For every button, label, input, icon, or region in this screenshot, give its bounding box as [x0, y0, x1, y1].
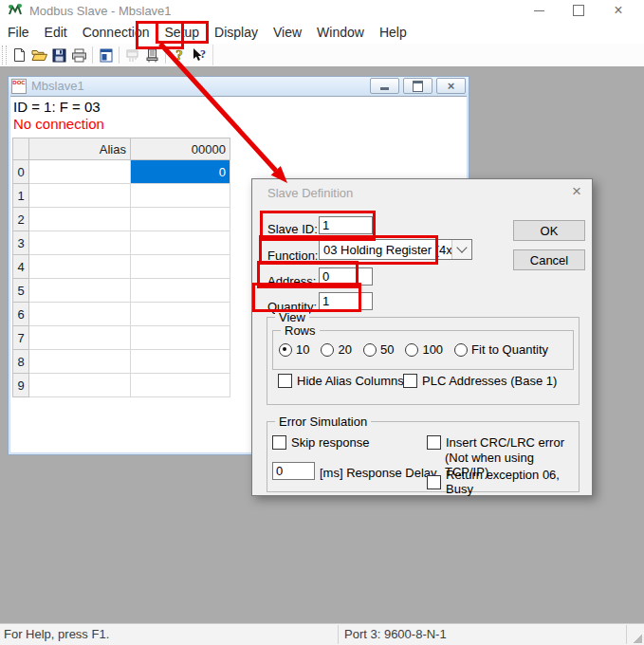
checkbox-icon [403, 374, 417, 388]
alias-cell[interactable] [29, 326, 131, 350]
alias-column-header[interactable]: Alias [29, 138, 131, 160]
row-header-cell[interactable]: 5 [13, 279, 29, 303]
row-header-cell[interactable]: 0 [13, 160, 29, 184]
rows-radio-option[interactable]: 100 [405, 342, 443, 357]
row-header-cell[interactable]: 8 [13, 350, 29, 374]
resize-grip[interactable] [633, 634, 642, 643]
row-header-cell[interactable]: 3 [13, 231, 29, 255]
dialog-close-icon[interactable]: × [572, 183, 581, 199]
status-help-text: For Help, press F1. [4, 627, 109, 641]
register-grid: Alias 00000 0 0 1 [12, 138, 230, 397]
minimize-icon [380, 87, 389, 90]
value-cell[interactable]: 0 [131, 160, 230, 184]
toolbar-grip[interactable] [2, 46, 7, 64]
new-file-icon[interactable] [9, 46, 29, 65]
child-restore-button[interactable] [403, 78, 432, 94]
menu-item[interactable]: Display [207, 23, 266, 42]
plc-addresses-checkbox[interactable]: PLC Addresses (Base 1) [403, 374, 557, 388]
value-cell[interactable] [131, 350, 230, 374]
row-header-cell[interactable]: 2 [13, 208, 29, 231]
child-title-bar[interactable]: DOC Mbslave1 × [9, 77, 469, 95]
title-bar: Modbus Slave - Mbslave1 × [0, 0, 644, 21]
menu-item[interactable]: Edit [37, 23, 75, 42]
alias-cell[interactable] [29, 303, 131, 326]
annotation-box-setup [136, 21, 184, 49]
value-cell[interactable] [131, 231, 230, 255]
table-row: 4 [13, 255, 230, 279]
document-icon: DOC [11, 79, 27, 94]
radio-icon [279, 343, 292, 357]
menu-item[interactable]: View [266, 23, 309, 42]
alias-cell[interactable] [29, 374, 131, 397]
alias-cell[interactable] [29, 350, 131, 374]
table-row: 9 [13, 374, 230, 397]
value-cell[interactable] [131, 303, 230, 326]
value-cell[interactable] [131, 255, 230, 279]
table-row: 5 [13, 279, 230, 303]
toolbar-separator [92, 46, 93, 64]
print-icon[interactable] [69, 46, 89, 65]
plc-addresses-label: PLC Addresses (Base 1) [422, 374, 557, 388]
save-icon[interactable] [49, 46, 69, 65]
rows-radio-option[interactable]: 50 [363, 342, 394, 357]
radio-icon [454, 343, 468, 357]
maximize-button[interactable] [559, 0, 598, 21]
alias-cell[interactable] [29, 279, 131, 303]
combo-dropdown-button[interactable] [451, 240, 471, 259]
maximize-icon [573, 5, 584, 16]
rows-radio-option[interactable]: 10 [279, 342, 309, 357]
insert-crc-checkbox[interactable]: Insert CRC/LRC error [427, 435, 564, 450]
row-header-cell[interactable]: 1 [13, 184, 29, 208]
table-row: 2 [13, 208, 230, 231]
checkbox-icon [427, 475, 441, 489]
app-icon [8, 3, 23, 18]
return-exception-label: Return exception 06, Busy [446, 468, 579, 496]
alias-cell[interactable] [29, 208, 131, 231]
table-row: 3 [13, 231, 230, 255]
row-header-cell[interactable]: 7 [13, 326, 29, 350]
toolbar-edge [212, 45, 213, 65]
display-definition-icon[interactable] [96, 46, 116, 65]
view-group-label: View [275, 310, 309, 324]
close-button[interactable]: × [598, 0, 638, 21]
table-row: 7 [13, 326, 230, 350]
cancel-button[interactable]: Cancel [513, 249, 585, 270]
child-close-button[interactable]: × [436, 78, 466, 94]
hide-alias-checkbox[interactable]: Hide Alias Columns [278, 374, 404, 388]
open-file-icon[interactable] [29, 46, 49, 65]
row-header-cell[interactable]: 6 [13, 303, 29, 326]
alias-cell[interactable] [29, 160, 131, 184]
menu-item[interactable]: Window [309, 23, 372, 42]
value-cell[interactable] [131, 279, 230, 303]
row-header-cell[interactable]: 4 [13, 255, 29, 279]
alias-cell[interactable] [29, 231, 131, 255]
rows-radio-option[interactable]: 20 [321, 342, 351, 357]
skip-response-checkbox[interactable]: Skip response [272, 435, 369, 450]
window-title: Modbus Slave - Mbslave1 [29, 4, 172, 18]
table-row: 0 0 [13, 160, 230, 184]
child-minimize-button[interactable] [370, 78, 399, 94]
return-exception-checkbox[interactable]: Return exception 06, Busy [427, 468, 579, 496]
close-icon: × [448, 81, 455, 92]
rows-radio-option[interactable]: Fit to Quantity [454, 342, 548, 357]
menu-item[interactable]: Help [372, 23, 414, 42]
response-delay-field[interactable] [272, 462, 315, 480]
table-row: 6 [13, 303, 230, 326]
menu-item[interactable]: File [0, 23, 37, 42]
skip-response-label: Skip response [291, 435, 369, 450]
value-cell[interactable] [131, 374, 230, 397]
alias-cell[interactable] [29, 255, 131, 279]
ok-button[interactable]: OK [513, 220, 585, 241]
value-cell[interactable] [131, 208, 230, 231]
status-separator [626, 625, 627, 644]
alias-cell[interactable] [29, 184, 131, 208]
close-icon: × [614, 3, 622, 18]
row-header-cell[interactable]: 9 [13, 374, 29, 397]
value-cell[interactable] [131, 184, 230, 208]
radio-icon [363, 343, 377, 357]
value-cell[interactable] [131, 326, 230, 350]
value-column-header[interactable]: 00000 [131, 138, 230, 160]
context-help-icon[interactable]: ? [189, 46, 209, 65]
minimize-button[interactable] [519, 0, 559, 21]
minimize-icon [534, 10, 544, 11]
